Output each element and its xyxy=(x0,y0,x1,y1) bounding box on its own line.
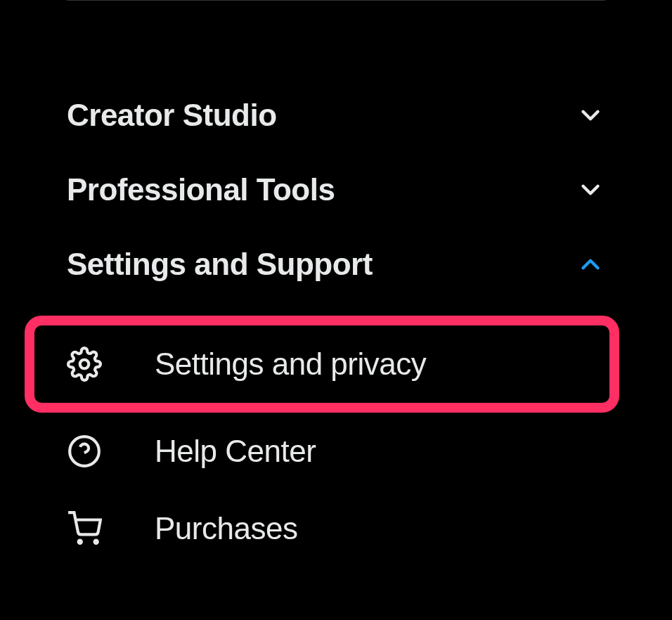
menu-section-label: Professional Tools xyxy=(67,172,335,207)
svg-point-4 xyxy=(95,541,98,543)
divider xyxy=(67,0,605,1)
submenu-item-settings-privacy[interactable]: Settings and privacy xyxy=(25,316,619,413)
chevron-down-icon xyxy=(576,101,605,130)
svg-point-0 xyxy=(80,360,89,369)
submenu-settings-support: Settings and privacy Help Center xyxy=(67,302,605,567)
menu-section-settings-support[interactable]: Settings and Support xyxy=(67,227,605,302)
chevron-up-icon xyxy=(576,250,605,279)
cart-icon xyxy=(67,511,102,546)
submenu-item-label: Purchases xyxy=(155,511,297,546)
svg-point-3 xyxy=(79,541,82,543)
menu-section-professional-tools[interactable]: Professional Tools xyxy=(67,153,605,227)
submenu-item-label: Help Center xyxy=(155,434,316,469)
menu-section-label: Settings and Support xyxy=(67,247,373,282)
help-icon xyxy=(67,434,102,469)
menu-section-label: Creator Studio xyxy=(67,98,277,133)
gear-icon xyxy=(67,347,102,382)
submenu-item-label: Settings and privacy xyxy=(155,347,426,382)
submenu-item-purchases[interactable]: Purchases xyxy=(67,490,605,567)
chevron-down-icon xyxy=(576,175,605,205)
menu-section-creator-studio[interactable]: Creator Studio xyxy=(67,78,605,153)
submenu-item-help-center[interactable]: Help Center xyxy=(67,413,605,490)
